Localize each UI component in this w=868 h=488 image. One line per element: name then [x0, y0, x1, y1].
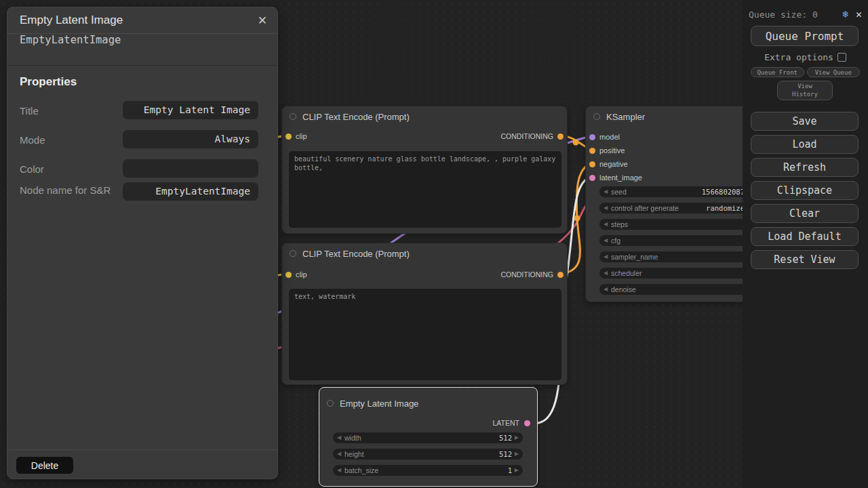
- model-input-label: model: [599, 133, 620, 141]
- close-menu-icon[interactable]: ✕: [856, 8, 862, 20]
- queue-prompt-button[interactable]: Queue Prompt: [751, 26, 859, 46]
- widget-batch-size[interactable]: ◀ batch_size 1 ▶: [333, 465, 523, 476]
- widget-value: 512: [499, 449, 512, 460]
- decrement-arrow-icon[interactable]: ◀: [604, 203, 608, 214]
- latent-output-port[interactable]: [524, 420, 530, 426]
- load-button[interactable]: Load: [751, 135, 859, 154]
- node-ksampler[interactable]: KSampler model positive negative latent_…: [585, 106, 762, 302]
- dialog-divider: [7, 449, 277, 450]
- negative-input-port[interactable]: [589, 161, 595, 167]
- widget-scheduler[interactable]: ◀ scheduler ▶: [599, 268, 755, 279]
- node-clip-text-encode-negative[interactable]: CLIP Text Encode (Prompt) clip CONDITION…: [281, 243, 568, 385]
- prompt-text-area[interactable]: text, watermark: [289, 289, 561, 380]
- view-history-button[interactable]: View History: [777, 81, 833, 100]
- node-header[interactable]: CLIP Text Encode (Prompt): [282, 106, 567, 127]
- node-title: CLIP Text Encode (Prompt): [302, 249, 410, 259]
- refresh-button[interactable]: Refresh: [751, 158, 859, 177]
- clip-input-port[interactable]: [285, 272, 292, 278]
- decrement-arrow-icon[interactable]: ◀: [604, 186, 608, 197]
- node-header[interactable]: Empty Latent Image: [319, 393, 537, 413]
- widget-sampler-name[interactable]: ◀ sampler_name ▶: [599, 251, 755, 262]
- snowflake-icon[interactable]: ❄: [842, 8, 848, 20]
- widget-width[interactable]: ◀ width 512 ▶: [333, 432, 523, 443]
- clipspace-button[interactable]: Clipspace: [751, 181, 859, 200]
- clip-input-port[interactable]: [285, 134, 292, 140]
- decrement-arrow-icon[interactable]: ◀: [604, 251, 608, 262]
- widget-label: batch_size: [344, 465, 378, 476]
- mode-field-label: Mode: [20, 134, 121, 147]
- widget-label: denoise: [611, 284, 636, 295]
- reset-view-button[interactable]: Reset View: [751, 250, 859, 269]
- widget-label: sampler_name: [611, 251, 658, 262]
- load-default-button[interactable]: Load Default: [751, 227, 859, 246]
- latent-image-input-port[interactable]: [589, 175, 595, 181]
- dialog-title-bar: Empty Latent Image ✕: [7, 7, 277, 34]
- node-status-dot: [327, 400, 334, 407]
- title-field-label: Title: [20, 104, 121, 118]
- widget-label: scheduler: [611, 268, 642, 279]
- latent-image-input-label: latent_image: [599, 174, 642, 182]
- latent-output-label: LATENT: [493, 419, 519, 427]
- widget-label: cfg: [611, 235, 620, 246]
- extra-options-checkbox[interactable]: [837, 53, 846, 62]
- node-graph-canvas[interactable]: CLIP Text Encode (Prompt) clip CONDITION…: [0, 0, 868, 488]
- node-status-dot: [290, 113, 296, 120]
- node-header[interactable]: KSampler: [586, 106, 761, 127]
- widget-value: randomize: [706, 203, 745, 214]
- link-midpoint-dot: [574, 216, 580, 222]
- node-status-dot: [593, 113, 600, 120]
- decrement-arrow-icon[interactable]: ◀: [337, 449, 341, 460]
- save-button[interactable]: Save: [751, 112, 859, 131]
- prompt-text-area[interactable]: beautiful scenery nature glass bottle la…: [289, 151, 561, 228]
- decrement-arrow-icon[interactable]: ◀: [604, 235, 608, 246]
- widget-label: width: [344, 432, 361, 443]
- close-dialog-icon[interactable]: ✕: [258, 14, 267, 28]
- decrement-arrow-icon[interactable]: ◀: [337, 465, 341, 476]
- queue-status-row: Queue size: 0 ❄ ✕: [749, 8, 862, 20]
- properties-heading: Properties: [20, 75, 77, 89]
- decrement-arrow-icon[interactable]: ◀: [604, 284, 608, 295]
- conditioning-output-port[interactable]: [557, 272, 564, 278]
- model-input-port[interactable]: [589, 134, 595, 140]
- widget-cfg[interactable]: ◀ cfg ▶: [599, 235, 755, 246]
- widget-label: steps: [611, 219, 628, 230]
- widget-height[interactable]: ◀ height 512 ▶: [333, 449, 523, 460]
- view-queue-button[interactable]: View Queue: [807, 67, 861, 77]
- increment-arrow-icon[interactable]: ▶: [515, 432, 519, 443]
- menu-panel: Queue size: 0 ❄ ✕ Queue Prompt Extra opt…: [743, 0, 868, 488]
- conditioning-output-port[interactable]: [557, 134, 564, 140]
- mode-field-input[interactable]: Always: [123, 130, 258, 148]
- color-field-input[interactable]: [123, 159, 258, 178]
- positive-input-port[interactable]: [589, 148, 595, 154]
- widget-control-after-generate[interactable]: ◀ control after generate randomize ▶: [599, 203, 755, 214]
- node-title: KSampler: [606, 112, 645, 122]
- increment-arrow-icon[interactable]: ▶: [515, 449, 519, 460]
- clear-button[interactable]: Clear: [751, 204, 859, 223]
- node-clip-text-encode-positive[interactable]: CLIP Text Encode (Prompt) clip CONDITION…: [281, 106, 568, 234]
- node-title: CLIP Text Encode (Prompt): [302, 112, 410, 122]
- node-name-field-input[interactable]: EmptyLatentImage: [123, 182, 258, 201]
- dialog-title: Empty Latent Image: [20, 14, 258, 27]
- extra-options-row: Extra options: [743, 52, 868, 62]
- delete-button[interactable]: Delete: [16, 456, 74, 474]
- widget-steps[interactable]: ◀ steps ▶: [599, 219, 755, 230]
- decrement-arrow-icon[interactable]: ◀: [337, 432, 341, 443]
- title-field-input[interactable]: Empty Latent Image: [123, 101, 258, 119]
- node-name-field-label: Node name for S&R: [20, 184, 121, 197]
- queue-front-button[interactable]: Queue Front: [751, 67, 804, 77]
- widget-value: 1: [508, 465, 512, 476]
- node-empty-latent-image[interactable]: Empty Latent Image LATENT ◀ width 512 ▶ …: [319, 387, 538, 487]
- widget-seed[interactable]: ◀ seed 1566802087 ▶: [599, 186, 755, 197]
- increment-arrow-icon[interactable]: ▶: [515, 465, 519, 476]
- conditioning-output-label: CONDITIONING: [500, 132, 553, 140]
- negative-input-label: negative: [599, 160, 628, 168]
- widget-label: seed: [611, 186, 627, 197]
- decrement-arrow-icon[interactable]: ◀: [604, 219, 608, 230]
- widget-denoise[interactable]: ◀ denoise ▶: [599, 284, 755, 295]
- positive-input-label: positive: [599, 146, 625, 155]
- extra-options-label: Extra options: [764, 52, 833, 62]
- widget-label: control after generate: [611, 203, 679, 214]
- node-properties-dialog: Empty Latent Image ✕ EmptyLatentImage Pr…: [7, 7, 278, 479]
- decrement-arrow-icon[interactable]: ◀: [604, 268, 608, 279]
- node-header[interactable]: CLIP Text Encode (Prompt): [282, 243, 567, 264]
